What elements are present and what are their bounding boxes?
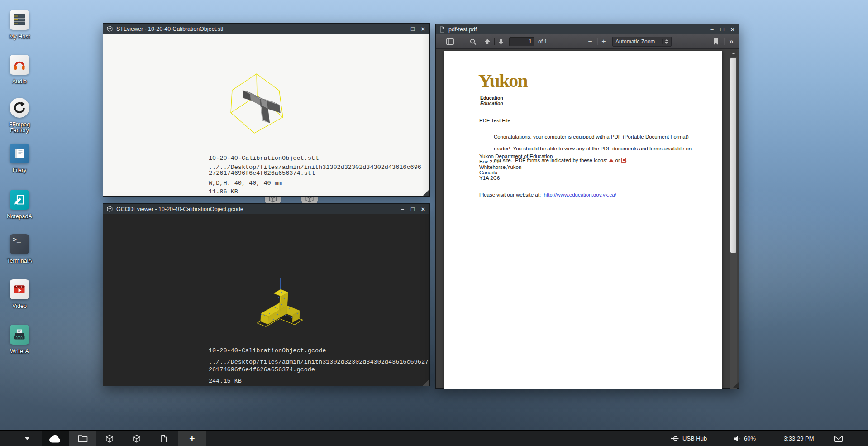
more-tools-button[interactable]: » bbox=[725, 34, 737, 49]
typewriter-icon bbox=[10, 325, 29, 345]
pdf-page: Yukon Education Éducation PDF Test File … bbox=[444, 51, 722, 389]
taskbar-pdf-button[interactable] bbox=[150, 431, 177, 446]
taskbar-files-button[interactable] bbox=[69, 431, 96, 446]
toolbar-separator bbox=[494, 38, 495, 45]
gcode-path-line1: ../../Desktop/files/admin/inith31302d323… bbox=[209, 358, 429, 366]
address-line: Box 2703 bbox=[479, 159, 553, 164]
para-line1: Congratulations, your computer is equipp… bbox=[494, 134, 689, 139]
para-period: . bbox=[626, 158, 627, 163]
gcode-3d-model[interactable] bbox=[234, 265, 325, 342]
clock[interactable]: 3:33:29 PM bbox=[784, 431, 814, 446]
resize-grip[interactable] bbox=[423, 379, 429, 386]
taskbar-cloud-button[interactable] bbox=[42, 431, 69, 446]
desktop-icon-label: FFmpeg Factory bbox=[4, 122, 35, 134]
maximize-button[interactable]: □ bbox=[410, 206, 416, 212]
stlviewer-window: STLviewer - 10-20-40-CalibrationObject.s… bbox=[103, 23, 430, 197]
page-number-input[interactable] bbox=[509, 37, 534, 46]
pdf-file-icon bbox=[160, 434, 168, 443]
desktop-icon-ffmpeg-factory[interactable]: FFmpeg Factory bbox=[4, 98, 35, 134]
desktop-icon-terminala[interactable]: >_ TerminalA bbox=[4, 234, 35, 264]
address-line: Whitehorse,Yukon bbox=[479, 164, 553, 170]
note-pencil-icon bbox=[10, 190, 29, 210]
address-block: Yukon Department of Education Box 2703 W… bbox=[479, 153, 553, 181]
sidebar-toggle-button[interactable] bbox=[444, 34, 456, 49]
desktop-icon-label: My Host bbox=[9, 34, 30, 40]
desktop-icon-writera[interactable]: WriterA bbox=[4, 325, 35, 355]
stl-path-line1: ../../Desktop/files/admin/inith31302d323… bbox=[209, 164, 421, 171]
para-line2: reader! You should be able to view any o… bbox=[494, 146, 692, 151]
window-title: STLviewer - 10-20-40-CalibrationObject.s… bbox=[116, 26, 396, 32]
usb-tray-item[interactable]: USB Hub bbox=[671, 431, 707, 446]
pdf-viewer-window: pdf-test.pdf – □ × of 1 − + Automatic Zo… bbox=[435, 24, 739, 389]
zoom-out-button[interactable]: − bbox=[585, 34, 595, 49]
scroll-up-button[interactable] bbox=[730, 49, 737, 57]
toolbar-separator bbox=[597, 38, 597, 45]
taskbar-new-button[interactable]: + bbox=[178, 431, 206, 446]
desktop-icon-video[interactable]: Video bbox=[4, 279, 35, 309]
stl-filesize: 11.86 KB bbox=[209, 189, 421, 195]
headphones-icon bbox=[10, 55, 29, 75]
select-arrows-icon bbox=[662, 39, 668, 44]
terminal-prompt-icon: >_ bbox=[10, 234, 29, 254]
minimize-button[interactable]: – bbox=[399, 206, 405, 212]
website-link[interactable]: http://www.education.gov.yk.ca/ bbox=[544, 192, 616, 197]
close-button[interactable]: × bbox=[420, 26, 426, 32]
resize-grip[interactable] bbox=[732, 382, 739, 388]
stl-file-info: 10-20-40-CalibrationObject.stl ../../Des… bbox=[209, 155, 421, 195]
envelope-icon bbox=[834, 436, 843, 442]
logo-education-fr: Éducation bbox=[480, 101, 503, 106]
calibration-object bbox=[243, 91, 280, 123]
stlviewer-titlebar[interactable]: STLviewer - 10-20-40-CalibrationObject.s… bbox=[103, 24, 429, 34]
pdf-titlebar[interactable]: pdf-test.pdf – □ × bbox=[436, 24, 739, 34]
desktop-icon-notepada[interactable]: NotepadA bbox=[4, 190, 35, 220]
stl-dimensions: W,D,H: 40, 40, 40 mm bbox=[209, 180, 421, 187]
zoom-level-select[interactable]: Automatic Zoom bbox=[612, 37, 672, 47]
taskbar: + USB Hub 60% 3:33:29 PM bbox=[0, 430, 868, 446]
folder-icon bbox=[78, 435, 88, 442]
scrollbar-thumb[interactable] bbox=[730, 58, 736, 253]
cube-icon bbox=[106, 206, 113, 212]
page-count-label: of 1 bbox=[538, 38, 547, 45]
logo-education-en: Education bbox=[480, 95, 503, 101]
stl-3d-model[interactable] bbox=[218, 59, 308, 145]
stl-filename: 10-20-40-CalibrationObject.stl bbox=[209, 155, 421, 162]
pdf-content-area: Yukon Education Éducation PDF Test File … bbox=[436, 49, 739, 389]
taskbar-stlviewer-button[interactable] bbox=[96, 431, 123, 446]
maximize-button[interactable]: □ bbox=[719, 26, 725, 32]
mail-tray-item[interactable] bbox=[834, 431, 843, 446]
desktop-icon-filary[interactable]: Filary bbox=[4, 144, 35, 173]
minimize-button[interactable]: – bbox=[399, 26, 405, 32]
gcode-filename: 10-20-40-CalibrationObject.gcode bbox=[209, 347, 429, 355]
para-or: or bbox=[614, 158, 621, 163]
close-button[interactable]: × bbox=[730, 26, 736, 32]
gcode-path-line2: 26174696f6e4f626a656374.gcode bbox=[209, 366, 429, 374]
address-line: Canada bbox=[479, 170, 553, 175]
taskbar-menu-button[interactable] bbox=[14, 431, 41, 446]
speaker-icon bbox=[734, 436, 741, 442]
bookmark-icon[interactable] bbox=[711, 34, 721, 49]
cube-icon bbox=[105, 434, 114, 443]
server-icon bbox=[10, 10, 29, 30]
taskbar-gcodeviewer-button[interactable] bbox=[123, 431, 150, 446]
resize-grip[interactable] bbox=[423, 189, 429, 196]
usb-icon bbox=[671, 435, 679, 442]
chevron-down-icon bbox=[24, 437, 30, 441]
desktop-icon-my-host[interactable]: My Host bbox=[4, 10, 35, 40]
zoom-in-button[interactable]: + bbox=[599, 34, 609, 49]
book-icon bbox=[10, 144, 29, 163]
maximize-button[interactable]: □ bbox=[410, 26, 416, 32]
gcode-file-info: 10-20-40-CalibrationObject.gcode ../../D… bbox=[209, 347, 429, 385]
next-page-button[interactable] bbox=[496, 34, 506, 49]
close-button[interactable]: × bbox=[420, 206, 426, 212]
desktop-icon-audio[interactable]: Audio bbox=[4, 55, 35, 85]
minimize-button[interactable]: – bbox=[709, 26, 715, 32]
zoom-level-value: Automatic Zoom bbox=[615, 38, 660, 45]
search-icon[interactable] bbox=[467, 34, 478, 49]
address-line: Yukon Department of Education bbox=[479, 153, 553, 159]
gcodeviewer-titlebar[interactable]: GCODEviewer - 10-20-40-CalibrationObject… bbox=[103, 204, 429, 214]
address-line: Y1A 2C6 bbox=[479, 175, 553, 181]
scrollbar[interactable] bbox=[730, 49, 737, 389]
previous-page-button[interactable] bbox=[482, 34, 493, 49]
window-title: pdf-test.pdf bbox=[448, 26, 706, 33]
volume-tray-item[interactable]: 60% bbox=[734, 431, 756, 446]
